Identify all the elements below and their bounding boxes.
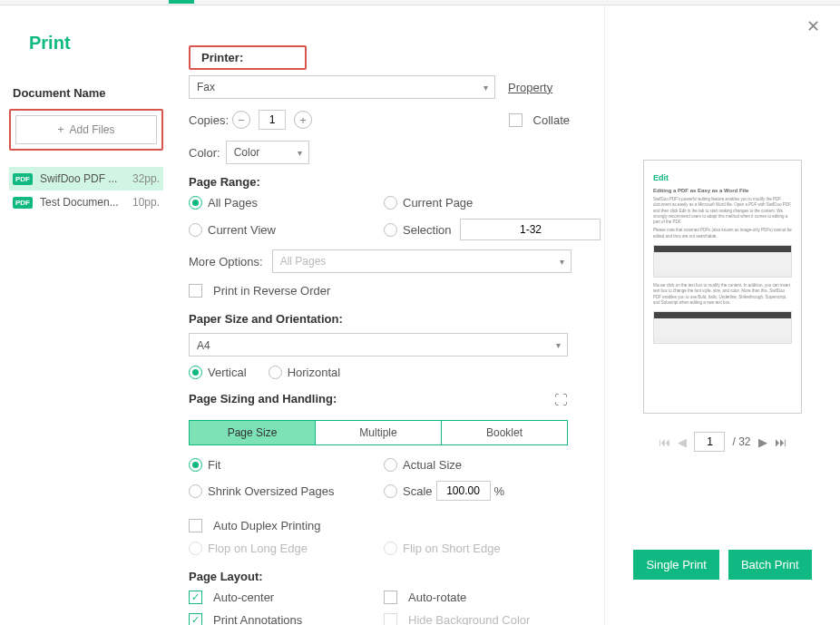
more-options-label: More Options: [189, 255, 263, 269]
printer-label: Printer: [201, 51, 243, 64]
preview-screenshot [653, 311, 792, 344]
auto-rotate-checkbox[interactable]: Auto-rotate [384, 591, 586, 604]
file-row[interactable]: PDF Test Documen... 10pp. [9, 190, 163, 214]
checkbox-icon [189, 284, 202, 298]
color-label: Color: [189, 146, 220, 160]
reverse-order-checkbox[interactable]: Print in Reverse Order [189, 284, 330, 298]
preview-screenshot [653, 245, 792, 278]
file-pages: 10pp. [132, 196, 160, 209]
first-page-icon[interactable]: ⏮ [659, 435, 670, 449]
radio-current-page[interactable]: Current Page [384, 196, 601, 210]
next-page-icon[interactable]: ▶ [758, 435, 767, 449]
page-total: / 32 [732, 435, 750, 448]
last-page-icon[interactable]: ⏭ [775, 435, 786, 449]
auto-center-checkbox[interactable]: ✓Auto-center [189, 591, 384, 604]
document-name-label: Document Name [13, 86, 163, 100]
duplex-checkbox[interactable]: Auto Duplex Printing [189, 519, 321, 532]
copies-plus-button[interactable]: + [294, 111, 312, 129]
file-name: Test Documen... [40, 196, 125, 209]
radio-current-view[interactable]: Current View [189, 219, 384, 240]
plus-icon: + [57, 123, 63, 136]
close-icon[interactable]: ✕ [806, 16, 820, 36]
radio-shrink[interactable]: Shrink Oversized Pages [189, 481, 384, 501]
printer-select[interactable]: Fax [189, 75, 495, 99]
property-link[interactable]: Property [508, 81, 552, 94]
color-select[interactable]: Color [226, 141, 309, 164]
tab-multiple[interactable]: Multiple [316, 421, 442, 444]
file-row[interactable]: PDF SwifDoo PDF ... 32pp. [9, 167, 163, 190]
radio-scale[interactable]: Scale [384, 484, 433, 498]
pdf-icon: PDF [13, 197, 33, 209]
copies-input[interactable] [259, 110, 286, 130]
single-print-button[interactable]: Single Print [633, 550, 718, 580]
file-name: SwifDoo PDF ... [40, 172, 125, 185]
copies-minus-button[interactable]: − [232, 111, 250, 129]
pdf-icon: PDF [13, 173, 33, 185]
radio-long-edge: Flop on Long Edge [189, 542, 384, 555]
page-preview: Edit Editing a PDF as Easy as a Word Fil… [643, 160, 802, 414]
bounds-icon[interactable]: ⛶ [554, 392, 568, 407]
sizing-heading: Page Sizing and Handling: [189, 392, 337, 405]
radio-actual-size[interactable]: Actual Size [384, 458, 586, 472]
tab-booklet[interactable]: Booklet [442, 421, 567, 444]
radio-fit[interactable]: Fit [189, 458, 384, 472]
preview-panel: Edit Editing a PDF as Easy as a Word Fil… [604, 5, 840, 625]
copies-label: Copies: [189, 113, 229, 127]
paper-heading: Paper Size and Orientation: [189, 312, 586, 326]
add-files-button[interactable]: + Add Files [15, 115, 157, 144]
collate-checkbox[interactable]: Collate [509, 113, 570, 127]
radio-vertical[interactable]: Vertical [189, 366, 247, 379]
page-range-input[interactable] [460, 219, 601, 240]
add-files-label: Add Files [69, 123, 114, 136]
prev-page-icon[interactable]: ◀ [678, 435, 687, 449]
page-range-heading: Page Range: [189, 175, 586, 189]
dialog-title: Print [29, 33, 163, 54]
page-number-input[interactable] [694, 432, 725, 452]
printer-label-highlight: Printer: [189, 45, 307, 70]
paper-size-select[interactable]: A4 [189, 333, 568, 356]
scale-input[interactable] [436, 481, 491, 501]
annotations-checkbox[interactable]: ✓Print Annotations [189, 613, 384, 625]
checkbox-icon [509, 113, 523, 127]
add-files-highlight: + Add Files [9, 109, 163, 151]
batch-print-button[interactable]: Batch Print [728, 550, 812, 580]
more-options-select[interactable]: All Pages [272, 249, 571, 273]
checkbox-icon [189, 519, 202, 532]
pager: ⏮ ◀ / 32 ▶ ⏭ [659, 432, 786, 452]
radio-horizontal[interactable]: Horizontal [269, 366, 341, 379]
sidebar: Print Document Name + Add Files PDF Swif… [0, 5, 172, 625]
hide-bg-checkbox: Hide Background Color [384, 613, 586, 625]
tab-page-size[interactable]: Page Size [190, 421, 316, 444]
radio-selection[interactable]: Selection [384, 223, 451, 237]
layout-heading: Page Layout: [189, 570, 586, 583]
file-pages: 32pp. [132, 172, 160, 185]
settings-panel: Printer: Fax Property Copies: − + Collat… [172, 5, 604, 625]
radio-all-pages[interactable]: All Pages [189, 196, 384, 210]
radio-short-edge: Flip on Short Edge [384, 542, 586, 555]
